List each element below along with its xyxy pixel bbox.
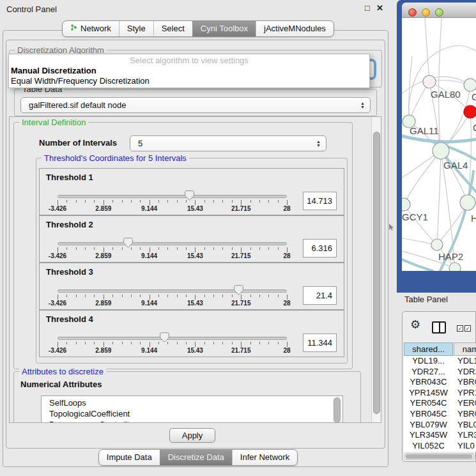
column-header-name[interactable]: name bbox=[454, 342, 476, 356]
network-node-label: GA bbox=[472, 91, 476, 102]
vertical-scrollbar[interactable] bbox=[371, 117, 381, 422]
cell-name[interactable]: YBR0 bbox=[453, 377, 476, 388]
popup-option-manual[interactable]: Manual Discretization bbox=[11, 66, 96, 75]
column-header-shared-name[interactable]: shared... bbox=[404, 342, 453, 356]
float-panel-icon[interactable]: □ bbox=[365, 3, 370, 13]
cell-shared-name[interactable]: YDL19... bbox=[404, 356, 453, 367]
minimize-window-icon[interactable] bbox=[422, 8, 430, 17]
cell-shared-name[interactable]: YBR043C bbox=[404, 377, 453, 388]
slider-track[interactable] bbox=[58, 195, 287, 198]
tab-label: Cyni Toolbox bbox=[201, 21, 248, 36]
close-panel-icon[interactable]: ✕ bbox=[376, 3, 383, 13]
table-row[interactable]: YBL079WYBL0 bbox=[404, 420, 476, 431]
cell-shared-name[interactable]: YIL052C bbox=[404, 441, 453, 452]
scrollbar-thumb[interactable] bbox=[373, 132, 380, 414]
slider-track[interactable] bbox=[58, 289, 287, 293]
network-node[interactable] bbox=[449, 263, 461, 271]
table-row[interactable]: YER054CYER0 bbox=[404, 398, 476, 409]
table-row[interactable]: YPR145WYPR1 bbox=[404, 388, 476, 399]
threshold-value-field[interactable]: 6.316 bbox=[303, 239, 337, 257]
cell-name[interactable]: YPR1 bbox=[453, 388, 476, 399]
split-column-icon[interactable] bbox=[432, 321, 446, 334]
table-data-combobox[interactable]: galFiltered.sif default node ▲▼ bbox=[20, 97, 371, 113]
slider-tick-labels: -3.4262.8599.14415.4321.71528 bbox=[58, 252, 287, 260]
slider-thumb[interactable] bbox=[123, 238, 133, 248]
network-node[interactable] bbox=[402, 198, 410, 211]
combo-stepper-icon[interactable]: ▲▼ bbox=[316, 140, 321, 148]
cell-shared-name[interactable]: YER054C bbox=[404, 398, 453, 409]
gear-icon[interactable]: ⚙ bbox=[410, 319, 420, 330]
table-row[interactable]: YBR043CYBR0 bbox=[404, 377, 476, 388]
threshold-value-field[interactable]: 11.344 bbox=[303, 334, 337, 352]
slider-thumb[interactable] bbox=[234, 285, 243, 295]
network-node[interactable] bbox=[433, 142, 449, 159]
network-node[interactable] bbox=[464, 105, 476, 118]
network-node-label: GAL11 bbox=[410, 125, 439, 136]
table-row[interactable]: YDR27...YDR2 bbox=[404, 367, 476, 378]
network-edge[interactable] bbox=[425, 18, 429, 82]
cell-name[interactable]: YER0 bbox=[453, 398, 476, 409]
network-node[interactable] bbox=[464, 79, 476, 91]
tab-cyni-toolbox[interactable]: Cyni Toolbox bbox=[192, 21, 256, 36]
network-node[interactable] bbox=[460, 195, 475, 210]
close-window-icon[interactable] bbox=[408, 8, 417, 17]
cell-name[interactable]: YDR2 bbox=[453, 367, 476, 378]
tab-discretize-data[interactable]: Discretize Data bbox=[160, 450, 232, 465]
tab-network[interactable]: Network bbox=[63, 21, 119, 36]
popup-option-equal-width[interactable]: Equal Width/Frequency Discretization bbox=[11, 76, 150, 86]
list-scrollbar-thumb[interactable] bbox=[334, 397, 341, 423]
cell-shared-name[interactable]: YPR145W bbox=[404, 388, 453, 399]
attribute-list-item[interactable]: BetweennessCentrality bbox=[42, 419, 342, 423]
threshold-block: Threshold 3-3.4262.8599.14415.4321.71528… bbox=[39, 263, 344, 310]
attribute-list-item[interactable]: SelfLoops bbox=[42, 397, 342, 408]
network-window-titlebar[interactable] bbox=[402, 3, 476, 18]
combo-stepper-icon[interactable]: ▲▼ bbox=[360, 102, 365, 109]
tab-impute-data[interactable]: Impute Data bbox=[99, 450, 160, 465]
tab-select[interactable]: Select bbox=[153, 21, 192, 36]
tab-style[interactable]: Style bbox=[119, 21, 153, 36]
network-edge-highlighted[interactable] bbox=[402, 259, 433, 271]
network-edge[interactable] bbox=[439, 18, 441, 151]
network-canvas[interactable]: GAL80GAL11GAL4GCY1HAP2GACH bbox=[402, 18, 476, 271]
cell-name[interactable]: YIL0 bbox=[453, 441, 476, 452]
apply-button[interactable]: Apply bbox=[169, 428, 215, 443]
cell-name[interactable]: YDL1 bbox=[453, 356, 476, 367]
network-edge[interactable] bbox=[404, 204, 437, 245]
settings-scrollpane: Interval Definition Number of Intervals … bbox=[9, 116, 381, 423]
network-node[interactable] bbox=[431, 239, 443, 250]
tab-jactivemnodules[interactable]: jActiveMNodules bbox=[256, 21, 334, 36]
threshold-value-field[interactable]: 14.713 bbox=[303, 192, 337, 210]
checkbox-icon[interactable]: ✓ bbox=[457, 325, 463, 332]
network-edge[interactable] bbox=[437, 151, 441, 245]
group-title: Attributes to discretize bbox=[19, 367, 106, 376]
cell-shared-name[interactable]: YBR045C bbox=[404, 409, 453, 420]
scrollbar-thumb[interactable] bbox=[406, 454, 472, 459]
slider-track[interactable] bbox=[58, 242, 287, 245]
table-row[interactable]: YLR345WYLR3 bbox=[404, 430, 476, 441]
cell-name[interactable]: YBR0 bbox=[453, 409, 476, 420]
cell-shared-name[interactable]: YLR345W bbox=[404, 430, 453, 441]
slider-track[interactable] bbox=[58, 337, 287, 340]
slider-thumb[interactable] bbox=[185, 190, 194, 201]
network-node-label: GAL80 bbox=[431, 89, 461, 100]
table-row[interactable]: YBR045CYBR0 bbox=[404, 409, 476, 420]
network-node[interactable] bbox=[423, 75, 436, 88]
node-table-body[interactable]: YDL19...YDL1YDR27...YDR2YBR043CYBR0YPR14… bbox=[404, 356, 476, 452]
slider-thumb[interactable] bbox=[160, 332, 169, 342]
attribute-list-item[interactable]: TopologicalCoefficient bbox=[42, 408, 342, 419]
table-row[interactable]: YDL19...YDL1 bbox=[404, 356, 476, 367]
cell-name[interactable]: YLR3 bbox=[453, 430, 476, 441]
numerical-attributes-list[interactable]: SelfLoopsTopologicalCoefficientBetweenne… bbox=[41, 395, 343, 423]
network-edge[interactable] bbox=[404, 151, 441, 204]
cell-shared-name[interactable]: YBL079W bbox=[404, 420, 453, 431]
zoom-window-icon[interactable] bbox=[435, 8, 443, 17]
checkbox-icon[interactable]: ✓ bbox=[464, 325, 471, 332]
threshold-value-field[interactable]: 21.4 bbox=[303, 286, 337, 305]
tab-infer-network[interactable]: Infer Network bbox=[232, 450, 297, 465]
table-row[interactable]: YIL052CYIL0 bbox=[404, 441, 476, 452]
cell-name[interactable]: YBL0 bbox=[453, 420, 476, 431]
cell-shared-name[interactable]: YDR27... bbox=[404, 367, 453, 378]
number-of-intervals-combobox[interactable]: 5 ▲▼ bbox=[130, 135, 326, 151]
horizontal-scrollbar[interactable] bbox=[404, 453, 475, 460]
tab-label: Discretize Data bbox=[168, 450, 224, 465]
